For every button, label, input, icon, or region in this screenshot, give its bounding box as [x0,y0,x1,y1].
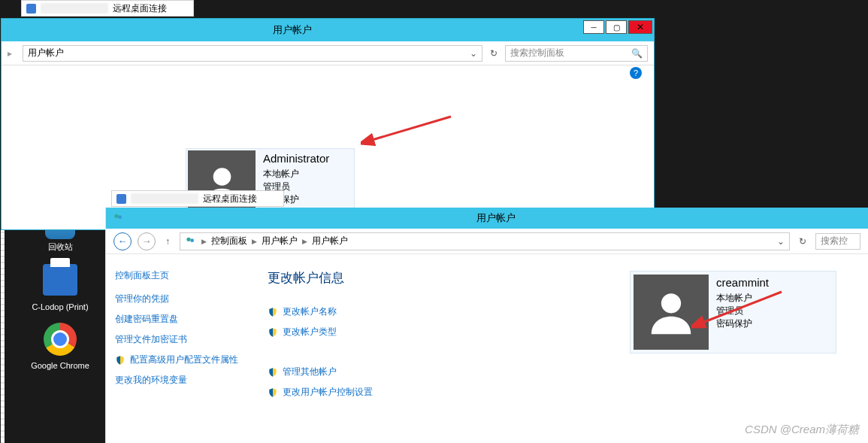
user-line3: 密码保护 [716,317,769,330]
minimize-button[interactable]: ─ [583,20,604,34]
breadcrumb: 用户帐户 [28,47,64,59]
user-name: Administrator [263,150,329,166]
user-card-creammint[interactable]: creammint 本地帐户 管理员 密码保护 [630,271,836,353]
user-accounts-icon [112,212,124,224]
crumb-control-panel[interactable]: 控制面板 [208,235,250,247]
sidebar-item-env-vars[interactable]: 更改我的环境变量 [115,374,243,387]
back-button[interactable]: ← [113,232,132,250]
refresh-icon[interactable]: ↻ [796,235,809,248]
svg-point-5 [190,238,194,242]
svg-point-2 [114,214,118,218]
avatar [634,275,709,350]
window-title: 用户帐户 [124,211,868,225]
chrome-label: Google Chrome [30,361,90,370]
sidebar-heading[interactable]: 控制面板主页 [115,269,243,282]
user-name: creammint [716,275,769,290]
search-placeholder: 搜索控制面板 [510,47,564,59]
content-area-2: 控制面板主页 管理你的凭据 创建密码重置盘 管理文件加密证书 配置高级用户配置文… [106,254,868,443]
redacted-host [131,193,198,204]
search-input[interactable]: 搜索控制面板 🔍 [505,45,648,62]
decorative-edge [1,203,5,443]
back-icon[interactable]: ▸ [8,48,18,59]
svg-point-4 [186,237,190,241]
forward-button[interactable]: → [138,232,156,250]
printer-label: C-Lodop (Print) [30,302,90,311]
shield-icon [268,387,278,398]
rdp-label: 远程桌面连接 [113,2,167,15]
crumb-user-accounts-1[interactable]: 用户帐户 [259,235,301,247]
search-icon: 🔍 [631,48,643,59]
chevron-right-icon[interactable]: ▶ [252,238,257,245]
navbar-1: ▸ 用户帐户 ⌄ ↻ 搜索控制面板 🔍 [2,41,654,65]
maximize-button[interactable]: ▢ [606,20,627,34]
recycle-bin-label: 回收站 [30,241,90,253]
close-button[interactable]: ✕ [628,20,652,34]
user-accounts-window-1: 用户帐户 ─ ▢ ✕ ▸ 用户帐户 ⌄ ↻ 搜索控制面板 🔍 ? Adminis… [1,18,655,230]
content-area-1: Administrator 本地帐户 管理员 密码保护 [2,65,654,229]
rdp-icon [116,194,126,204]
chevron-down-icon[interactable]: ⌄ [777,236,789,247]
svg-point-6 [661,293,681,313]
shield-icon [268,307,278,317]
search-placeholder: 搜索控 [821,235,848,247]
rdp-icon [26,4,36,14]
rdp-connection-bar-2[interactable]: 远程桌面连接 [111,190,284,207]
up-button[interactable]: ↑ [162,236,174,247]
chevron-right-icon[interactable]: ▶ [302,238,307,245]
shield-icon [268,327,278,338]
svg-point-3 [118,215,122,219]
main-panel: 更改帐户信息 更改帐户名称 更改帐户类型 管理其他帐户 更改用户帐户控制设置 [253,254,868,443]
user-line1: 本地帐户 [263,168,329,181]
user-accounts-icon [183,235,197,248]
sidebar-item-password-reset[interactable]: 创建密码重置盘 [115,313,243,326]
refresh-icon[interactable]: ↻ [487,47,501,60]
rdp-connection-bar-1[interactable]: 远程桌面连接 [21,0,194,17]
chevron-down-icon[interactable]: ⌄ [470,48,477,59]
crumb-user-accounts-2[interactable]: 用户帐户 [309,235,351,247]
sidebar-item-advanced-profiles[interactable]: 配置高级用户配置文件属性 [115,353,243,366]
redacted-host [41,3,108,14]
user-line2: 管理员 [716,305,769,317]
link-manage-other-accounts[interactable]: 管理其他帐户 [268,366,853,378]
shield-icon [268,367,278,378]
sidebar: 控制面板主页 管理你的凭据 创建密码重置盘 管理文件加密证书 配置高级用户配置文… [106,254,253,443]
svg-point-0 [213,168,231,186]
titlebar-2[interactable]: 用户帐户 [106,208,868,229]
watermark: CSDN @Cream薄荷糖 [745,423,859,437]
search-input[interactable]: 搜索控 [815,233,860,250]
sidebar-item-credentials[interactable]: 管理你的凭据 [115,293,243,305]
titlebar-1[interactable]: 用户帐户 ─ ▢ ✕ [2,19,654,41]
address-bar[interactable]: ▶ 控制面板 ▶ 用户帐户 ▶ 用户帐户 ⌄ [180,232,790,250]
shield-icon [115,355,126,366]
chevron-right-icon[interactable]: ▶ [201,238,207,245]
rdp-label: 远程桌面连接 [203,193,257,205]
link-change-uac-settings[interactable]: 更改用户帐户控制设置 [268,386,853,399]
address-bar[interactable]: 用户帐户 ⌄ [23,45,482,62]
user-line1: 本地帐户 [716,292,769,305]
user-card-text: creammint 本地帐户 管理员 密码保护 [716,275,769,350]
sidebar-item-encryption-certs[interactable]: 管理文件加密证书 [115,333,243,346]
user-accounts-window-2: 用户帐户 ← → ↑ ▶ 控制面板 ▶ 用户帐户 ▶ 用户帐户 ⌄ ↻ 搜索控 … [105,208,868,443]
navbar-2: ← → ↑ ▶ 控制面板 ▶ 用户帐户 ▶ 用户帐户 ⌄ ↻ 搜索控 [106,229,868,254]
chrome-icon[interactable]: Google Chrome [30,323,90,370]
window-title: 用户帐户 [2,23,583,37]
printer-icon[interactable]: C-Lodop (Print) [30,264,90,311]
